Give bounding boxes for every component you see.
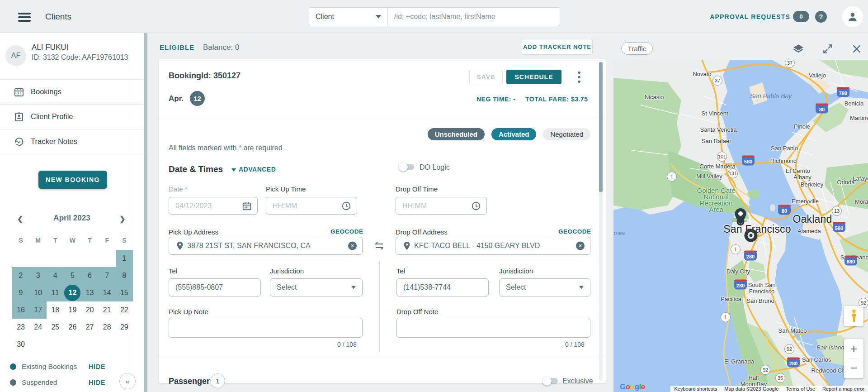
calendar-day-2[interactable]: 2 [12, 267, 29, 284]
save-button[interactable]: SAVE [469, 70, 503, 84]
map-label: El Granada [724, 359, 754, 365]
help-icon[interactable]: ? [815, 11, 827, 23]
approval-requests-link[interactable]: APPROVAL REQUESTS [710, 13, 790, 20]
clock-icon[interactable] [341, 201, 351, 211]
dropoff-map-marker[interactable] [744, 228, 758, 243]
calendar-next-button[interactable]: ❯ [119, 215, 125, 223]
dropoff-jurisdiction-select[interactable]: Select [499, 278, 590, 296]
calendar-day-empty [64, 250, 81, 267]
calendar-day-11[interactable]: 11 [47, 284, 64, 301]
add-tracker-note-button[interactable]: ADD TRACKER NOTE [522, 39, 593, 55]
pickup-jurisdiction-select[interactable]: Select [270, 278, 363, 296]
calendar-day-4[interactable]: 4 [47, 267, 64, 284]
dropoff-tel-input[interactable]: (141)538-7744 [396, 278, 489, 296]
clock-icon[interactable] [471, 201, 481, 211]
date-input[interactable]: 04/12/2023 [169, 197, 258, 215]
calendar-day-28[interactable]: 28 [99, 319, 116, 336]
menu-icon[interactable] [18, 13, 31, 21]
calendar-day-15[interactable]: 15 [116, 284, 133, 301]
map-expand-icon[interactable] [822, 43, 834, 55]
advanced-toggle[interactable]: ADVANCED [231, 166, 276, 173]
calendar-day-1[interactable]: 1 [116, 250, 133, 267]
map-close-icon[interactable] [851, 43, 863, 55]
calendar-day-7[interactable]: 7 [99, 267, 116, 284]
pickup-note-input[interactable] [169, 318, 363, 338]
new-booking-button[interactable]: NEW BOOKING [38, 171, 107, 189]
calendar-day-5[interactable]: 5 [64, 267, 81, 284]
map-label: Lafayette [853, 176, 868, 182]
section-date-times: Date & Times [169, 164, 223, 174]
dropoff-address-input[interactable]: KFC-TACO BELL - 4150 GEARY BLVD ✕ [396, 237, 590, 255]
neg-time: NEG TIME: - [476, 96, 515, 103]
calendar-day-12[interactable]: 12 [64, 284, 81, 301]
calendar-day-10[interactable]: 10 [29, 284, 47, 301]
user-avatar[interactable] [842, 6, 863, 27]
pickup-map-marker[interactable] [734, 208, 747, 226]
swap-addresses-icon[interactable] [373, 240, 385, 251]
calendar-day-20[interactable]: 20 [81, 301, 99, 319]
geocode-button[interactable]: GEOCODE [330, 228, 363, 235]
status-chip-negotiated[interactable]: Negotiated [543, 128, 590, 140]
legend-hide-button[interactable]: HIDE [89, 363, 105, 370]
do-logic-toggle[interactable] [399, 163, 415, 172]
highway-shield-131: 131 [728, 168, 738, 178]
attribution-item[interactable]: Keyboard shortcuts [670, 386, 721, 392]
sidebar-collapse-button[interactable]: « [119, 373, 136, 389]
pickup-time-input[interactable]: HH:MM [266, 197, 357, 215]
pegman-control[interactable] [844, 306, 863, 326]
calendar-day-26[interactable]: 26 [64, 319, 81, 336]
sidebar-scrollbar[interactable] [144, 33, 147, 392]
sidebar-item-client-profile[interactable]: Client Profile [0, 104, 144, 129]
calendar-day-22[interactable]: 22 [116, 301, 133, 319]
calendar-day-16[interactable]: 16 [12, 301, 29, 319]
map[interactable]: NovatoVallejoNicasioSan Pablo BayBenicia… [613, 60, 868, 392]
calendar-day-21[interactable]: 21 [99, 301, 116, 319]
attribution-item[interactable]: Map data ©2023 Google [721, 386, 782, 392]
calendar-day-24[interactable]: 24 [29, 319, 47, 336]
attribution-item[interactable]: Terms of Use [782, 386, 819, 392]
calendar-day-8[interactable]: 8 [116, 267, 133, 284]
calendar-day-3[interactable]: 3 [29, 267, 47, 284]
clear-icon[interactable]: ✕ [348, 242, 357, 250]
highway-shield-92: 92 [784, 344, 794, 354]
calendar-day-17[interactable]: 17 [29, 301, 47, 319]
traffic-toggle-chip[interactable]: Traffic [621, 42, 653, 55]
more-options-icon[interactable]: ••• [575, 70, 584, 84]
sidebar-item-tracker-notes[interactable]: Tracker Notes [0, 129, 144, 154]
status-chip-unscheduled[interactable]: Unscheduled [428, 128, 485, 140]
pickup-address-input[interactable]: 3878 21ST ST, SAN FRANCISCO, CA ✕ [169, 237, 363, 255]
calendar-day-23[interactable]: 23 [12, 319, 29, 336]
calendar-day-27[interactable]: 27 [81, 319, 99, 336]
calendar-day-14[interactable]: 14 [99, 284, 116, 301]
calendar-day-18[interactable]: 18 [47, 301, 64, 319]
calendar-day-29[interactable]: 29 [116, 319, 133, 336]
exclusive-toggle[interactable] [542, 377, 559, 386]
zoom-out-button[interactable]: − [844, 359, 863, 378]
map-label: San Pablo Bay [750, 93, 792, 99]
card-scrollbar-thumb[interactable] [599, 62, 603, 192]
map-layers-icon[interactable] [793, 43, 804, 55]
search-input[interactable]: /id; +code; lastName, firstName [388, 8, 560, 26]
attribution-item[interactable]: Report a map error [819, 386, 868, 392]
map-label: Redwood City [811, 368, 848, 374]
dropoff-note-input[interactable] [396, 318, 590, 338]
pickup-tel-input[interactable]: (555)885-0807 [169, 278, 261, 296]
geocode-button[interactable]: GEOCODE [558, 228, 591, 235]
search-category-select[interactable]: Client [309, 8, 388, 26]
calendar-day-25[interactable]: 25 [47, 319, 64, 336]
clear-icon[interactable]: ✕ [576, 242, 585, 250]
sidebar-item-bookings[interactable]: Bookings [0, 79, 144, 104]
schedule-button[interactable]: SCHEDULE [506, 70, 561, 84]
legend-row: SuspendedHIDE [10, 378, 137, 387]
dropoff-time-input[interactable]: HH:MM [396, 197, 487, 215]
status-chip-activated[interactable]: Activated [491, 128, 537, 140]
calendar-day-13[interactable]: 13 [81, 284, 99, 301]
calendar-day-6[interactable]: 6 [81, 267, 99, 284]
calendar-day-30[interactable]: 30 [12, 336, 29, 353]
legend-hide-button[interactable]: HIDE [89, 379, 105, 386]
calendar-icon[interactable] [242, 201, 252, 211]
eligibility-status: ELIGIBLE [160, 43, 194, 51]
calendar-day-19[interactable]: 19 [64, 301, 81, 319]
zoom-in-button[interactable]: + [844, 339, 863, 359]
calendar-day-9[interactable]: 9 [12, 284, 29, 301]
